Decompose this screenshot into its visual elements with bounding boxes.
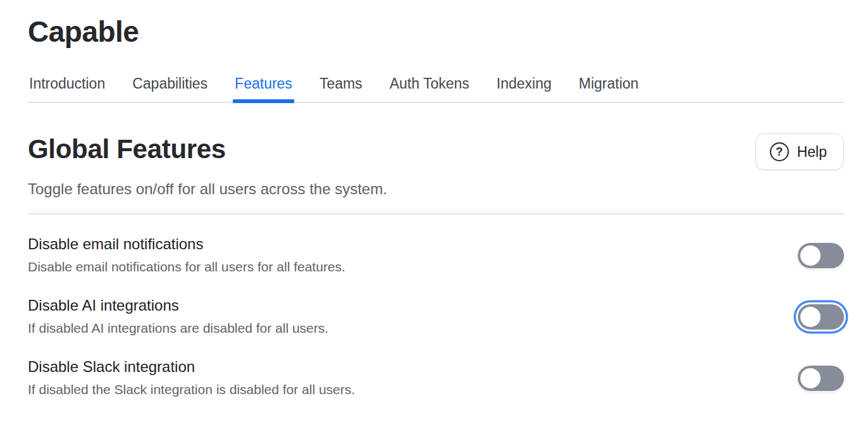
feature-text: Disable email notifications Disable emai…	[28, 235, 345, 276]
toggle-knob	[800, 368, 821, 388]
feature-title: Disable email notifications	[28, 235, 345, 254]
feature-text: Disable AI integrations If disabled AI i…	[28, 297, 328, 337]
toggle-disable-slack-integration[interactable]	[798, 366, 844, 391]
feature-description: If disabled the Slack integration is dis…	[28, 381, 355, 398]
question-circle-icon: ?	[770, 142, 789, 161]
tab-teams[interactable]: Teams	[318, 75, 364, 102]
section-divider	[28, 213, 844, 214]
tab-auth-tokens[interactable]: Auth Tokens	[388, 75, 471, 102]
help-button-label: Help	[797, 144, 827, 161]
feature-description: Disable email notifications for all user…	[28, 259, 345, 275]
toggle-disable-ai-integrations[interactable]	[798, 304, 844, 330]
tab-bar: Introduction Capabilities Features Teams…	[28, 75, 844, 104]
page-title: Capable	[28, 0, 844, 51]
tab-capabilities[interactable]: Capabilities	[131, 75, 209, 102]
tab-migration[interactable]: Migration	[578, 75, 640, 102]
feature-row-email-notifications: Disable email notifications Disable emai…	[28, 235, 844, 276]
tab-features[interactable]: Features	[233, 75, 294, 102]
tab-introduction[interactable]: Introduction	[28, 75, 106, 102]
help-button[interactable]: ? Help	[755, 133, 844, 170]
feature-description: If disabled AI integrations are disabled…	[28, 320, 328, 337]
toggle-knob	[800, 307, 821, 327]
settings-page: Capable Introduction Capabilities Featur…	[0, 0, 868, 439]
feature-row-slack-integration: Disable Slack integration If disabled th…	[28, 358, 844, 399]
toggle-disable-email-notifications[interactable]	[798, 243, 844, 268]
section-subtitle: Toggle features on/off for all users acr…	[28, 179, 844, 199]
feature-text: Disable Slack integration If disabled th…	[28, 358, 355, 399]
toggle-knob	[800, 245, 821, 266]
feature-title: Disable AI integrations	[28, 297, 328, 315]
tab-indexing[interactable]: Indexing	[495, 75, 553, 102]
section-header: Global Features ? Help	[28, 128, 844, 170]
section-title: Global Features	[28, 133, 226, 166]
feature-row-ai-integrations: Disable AI integrations If disabled AI i…	[28, 297, 844, 337]
feature-title: Disable Slack integration	[28, 358, 355, 376]
